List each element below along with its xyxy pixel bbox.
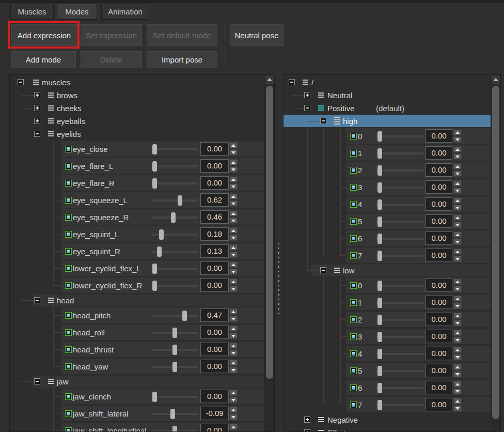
value-spinbox[interactable]: 0.00	[426, 398, 452, 411]
spin-down-button[interactable]	[229, 183, 238, 190]
import-pose-button[interactable]: Import pose	[147, 51, 217, 68]
collapse-icon[interactable]	[320, 118, 326, 124]
spin-up-button[interactable]	[229, 279, 238, 285]
slider-handle[interactable]	[152, 161, 157, 172]
slider-handle[interactable]	[172, 362, 177, 372]
set-default-mode-button[interactable]: Set default mode	[147, 24, 217, 46]
spin-down-button[interactable]	[453, 239, 462, 245]
spin-up-button[interactable]	[453, 249, 462, 255]
group-row-muscles[interactable]: muscles	[10, 76, 265, 89]
spin-up-button[interactable]	[453, 364, 462, 370]
spin-down-button[interactable]	[229, 166, 238, 173]
value-spinbox[interactable]: 0.00	[200, 424, 229, 431]
group-row-neutral[interactable]: Neutral	[284, 89, 491, 102]
spin-down-button[interactable]	[453, 388, 462, 394]
muscle-checkbox[interactable]	[65, 329, 72, 336]
slider-handle[interactable]	[178, 195, 182, 206]
muscle-checkbox[interactable]	[65, 346, 72, 353]
spin-down-button[interactable]	[453, 136, 462, 143]
value-spinbox[interactable]: 0.00	[426, 129, 452, 143]
spin-up-button[interactable]	[453, 398, 462, 404]
set-expression-button[interactable]: Set expression	[81, 24, 142, 46]
slider-track[interactable]	[151, 315, 198, 317]
slider-handle[interactable]	[377, 400, 382, 410]
muscle-checkbox[interactable]	[350, 201, 357, 208]
slider-handle[interactable]	[377, 217, 382, 227]
group-row-cheeks[interactable]: cheeks	[10, 102, 265, 115]
value-spinbox[interactable]: 0.13	[200, 244, 229, 258]
slider-track[interactable]	[376, 204, 424, 206]
spin-down-button[interactable]	[229, 431, 238, 431]
group-row-[interactable]: /	[284, 76, 491, 89]
spin-up-button[interactable]	[229, 390, 238, 396]
add-expression-button[interactable]: Add expression	[11, 24, 77, 46]
spin-up-button[interactable]	[453, 180, 462, 187]
value-spinbox[interactable]: 0.00	[426, 163, 452, 177]
spin-up-button[interactable]	[453, 146, 462, 152]
slider-track[interactable]	[376, 285, 424, 287]
value-spinbox[interactable]: 0.00	[200, 142, 229, 156]
left-scrollbar[interactable]	[264, 75, 274, 431]
group-row-effort[interactable]: Effort	[284, 426, 491, 431]
value-spinbox[interactable]: 0.00	[426, 197, 452, 211]
spin-down-button[interactable]	[453, 337, 462, 343]
slider-handle[interactable]	[172, 345, 177, 355]
muscle-checkbox[interactable]	[65, 363, 72, 370]
group-row-negative[interactable]: Negative	[284, 413, 491, 426]
spin-down-button[interactable]	[229, 149, 238, 156]
slider-handle[interactable]	[377, 234, 382, 244]
value-spinbox[interactable]: 0.00	[426, 313, 452, 326]
slider-handle[interactable]	[182, 311, 187, 321]
slider-handle[interactable]	[377, 383, 382, 393]
scrollbar-thumb[interactable]	[492, 86, 499, 419]
expand-icon[interactable]	[34, 92, 40, 98]
slider-track[interactable]	[151, 234, 198, 236]
slider-handle[interactable]	[377, 165, 382, 176]
value-spinbox[interactable]: 0.00	[426, 180, 452, 194]
collapse-icon[interactable]	[289, 79, 295, 85]
spin-up-button[interactable]	[453, 163, 462, 169]
slider-track[interactable]	[376, 353, 424, 355]
spin-down-button[interactable]	[229, 252, 238, 258]
slider-track[interactable]	[376, 336, 424, 338]
value-spinbox[interactable]: 0.62	[200, 193, 229, 207]
scroll-up-button[interactable]	[265, 75, 274, 84]
spin-up-button[interactable]	[453, 330, 462, 336]
muscle-checkbox[interactable]	[350, 299, 357, 306]
slider-track[interactable]	[151, 182, 198, 184]
slider-track[interactable]	[376, 302, 424, 304]
expand-icon[interactable]	[34, 105, 40, 111]
group-row-low[interactable]: low	[284, 264, 491, 277]
slider-track[interactable]	[151, 285, 198, 287]
group-row-head[interactable]: head	[10, 294, 265, 307]
collapse-icon[interactable]	[34, 297, 40, 303]
value-spinbox[interactable]: 0.00	[426, 279, 452, 292]
spin-down-button[interactable]	[229, 286, 238, 292]
spin-down-button[interactable]	[229, 350, 238, 356]
scrollbar-thumb[interactable]	[266, 86, 273, 379]
spin-down-button[interactable]	[453, 205, 462, 211]
expand-icon[interactable]	[304, 429, 310, 431]
muscle-checkbox[interactable]	[65, 197, 72, 204]
collapse-icon[interactable]	[320, 267, 326, 273]
collapse-icon[interactable]	[304, 105, 310, 111]
slider-track[interactable]	[376, 404, 424, 406]
spin-up-button[interactable]	[229, 176, 238, 182]
muscle-checkbox[interactable]	[350, 316, 357, 323]
tab-animation[interactable]: Animation	[101, 4, 149, 20]
slider-handle[interactable]	[377, 366, 382, 376]
value-spinbox[interactable]: 0.00	[200, 279, 229, 292]
slider-track[interactable]	[376, 319, 424, 321]
spin-down-button[interactable]	[229, 316, 238, 322]
muscle-checkbox[interactable]	[350, 167, 357, 174]
expand-icon[interactable]	[304, 416, 310, 423]
slider-track[interactable]	[376, 169, 424, 172]
spin-up-button[interactable]	[229, 308, 238, 315]
slider-track[interactable]	[151, 199, 198, 202]
right-scrollbar[interactable]	[491, 75, 500, 431]
muscle-checkbox[interactable]	[350, 252, 357, 259]
slider-track[interactable]	[151, 268, 198, 270]
spin-up-button[interactable]	[453, 232, 462, 238]
group-row-jaw[interactable]: jaw	[10, 375, 265, 388]
slider-handle[interactable]	[377, 332, 382, 342]
